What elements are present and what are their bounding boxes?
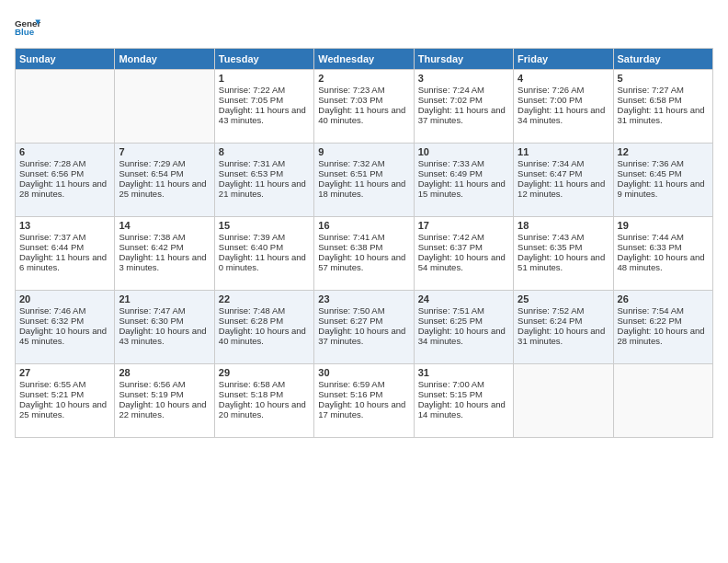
logo-icon: General Blue (15, 15, 40, 40)
day-number: 21 (119, 293, 210, 304)
calendar-cell: 5Sunrise: 7:27 AMSunset: 6:58 PMDaylight… (613, 70, 712, 144)
calendar-cell: 28Sunrise: 6:56 AMSunset: 5:19 PMDayligh… (115, 364, 214, 438)
day-number: 2 (318, 73, 409, 84)
page-header: General Blue (15, 15, 713, 40)
calendar-cell (613, 364, 712, 438)
calendar-cell: 21Sunrise: 7:47 AMSunset: 6:30 PMDayligh… (115, 291, 214, 364)
calendar-cell: 26Sunrise: 7:54 AMSunset: 6:22 PMDayligh… (613, 291, 712, 364)
day-number: 18 (518, 220, 609, 231)
calendar-cell: 9Sunrise: 7:32 AMSunset: 6:51 PMDaylight… (314, 144, 414, 217)
calendar-cell: 30Sunrise: 6:59 AMSunset: 5:16 PMDayligh… (314, 364, 414, 438)
day-number: 20 (19, 293, 110, 304)
weekday-header: Tuesday (214, 49, 313, 70)
calendar-cell: 3Sunrise: 7:24 AMSunset: 7:02 PMDaylight… (414, 70, 513, 144)
calendar-cell: 18Sunrise: 7:43 AMSunset: 6:35 PMDayligh… (514, 217, 613, 291)
calendar-cell: 2Sunrise: 7:23 AMSunset: 7:03 PMDaylight… (314, 70, 414, 144)
calendar-cell: 22Sunrise: 7:48 AMSunset: 6:28 PMDayligh… (214, 291, 313, 364)
day-number: 24 (418, 293, 509, 304)
day-number: 22 (219, 293, 310, 304)
weekday-header: Friday (514, 49, 613, 70)
day-number: 7 (119, 146, 210, 157)
calendar-cell: 23Sunrise: 7:50 AMSunset: 6:27 PMDayligh… (314, 291, 414, 364)
day-number: 1 (219, 73, 310, 84)
calendar-cell: 19Sunrise: 7:44 AMSunset: 6:33 PMDayligh… (613, 217, 712, 291)
calendar-header-row: SundayMondayTuesdayWednesdayThursdayFrid… (16, 49, 713, 70)
calendar-cell: 12Sunrise: 7:36 AMSunset: 6:45 PMDayligh… (613, 144, 712, 217)
day-number: 15 (219, 220, 310, 231)
day-number: 28 (119, 367, 210, 378)
weekday-header: Monday (115, 49, 214, 70)
day-number: 26 (618, 293, 709, 304)
weekday-header: Sunday (16, 49, 115, 70)
logo: General Blue (15, 15, 40, 40)
day-number: 9 (318, 146, 409, 157)
calendar-week-row: 27Sunrise: 6:55 AMSunset: 5:21 PMDayligh… (16, 364, 713, 438)
calendar-cell: 8Sunrise: 7:31 AMSunset: 6:53 PMDaylight… (214, 144, 313, 217)
calendar-cell: 4Sunrise: 7:26 AMSunset: 7:00 PMDaylight… (514, 70, 613, 144)
day-number: 27 (19, 367, 110, 378)
day-number: 10 (418, 146, 509, 157)
calendar-week-row: 20Sunrise: 7:46 AMSunset: 6:32 PMDayligh… (16, 291, 713, 364)
weekday-header: Wednesday (314, 49, 414, 70)
calendar-cell (16, 70, 115, 144)
day-number: 19 (618, 220, 709, 231)
calendar-week-row: 1Sunrise: 7:22 AMSunset: 7:05 PMDaylight… (16, 70, 713, 144)
day-number: 11 (518, 146, 609, 157)
weekday-header: Thursday (414, 49, 513, 70)
day-number: 29 (219, 367, 310, 378)
day-number: 14 (119, 220, 210, 231)
weekday-header: Saturday (613, 49, 712, 70)
calendar-week-row: 6Sunrise: 7:28 AMSunset: 6:56 PMDaylight… (16, 144, 713, 217)
calendar-cell: 25Sunrise: 7:52 AMSunset: 6:24 PMDayligh… (514, 291, 613, 364)
calendar-cell: 7Sunrise: 7:29 AMSunset: 6:54 PMDaylight… (115, 144, 214, 217)
day-number: 16 (318, 220, 409, 231)
calendar-cell: 29Sunrise: 6:58 AMSunset: 5:18 PMDayligh… (214, 364, 313, 438)
calendar-table: SundayMondayTuesdayWednesdayThursdayFrid… (15, 48, 713, 438)
calendar-body: 1Sunrise: 7:22 AMSunset: 7:05 PMDaylight… (16, 70, 713, 438)
calendar-cell: 27Sunrise: 6:55 AMSunset: 5:21 PMDayligh… (16, 364, 115, 438)
day-number: 4 (518, 73, 609, 84)
calendar-cell (115, 70, 214, 144)
calendar-cell: 13Sunrise: 7:37 AMSunset: 6:44 PMDayligh… (16, 217, 115, 291)
calendar-cell: 17Sunrise: 7:42 AMSunset: 6:37 PMDayligh… (414, 217, 513, 291)
day-number: 13 (19, 220, 110, 231)
svg-text:Blue: Blue (15, 27, 35, 37)
day-number: 6 (19, 146, 110, 157)
day-number: 3 (418, 73, 509, 84)
calendar-cell: 31Sunrise: 7:00 AMSunset: 5:15 PMDayligh… (414, 364, 513, 438)
day-number: 25 (518, 293, 609, 304)
day-number: 8 (219, 146, 310, 157)
day-number: 23 (318, 293, 409, 304)
calendar-cell: 10Sunrise: 7:33 AMSunset: 6:49 PMDayligh… (414, 144, 513, 217)
calendar-cell: 16Sunrise: 7:41 AMSunset: 6:38 PMDayligh… (314, 217, 414, 291)
day-number: 30 (318, 367, 409, 378)
calendar-cell: 11Sunrise: 7:34 AMSunset: 6:47 PMDayligh… (514, 144, 613, 217)
calendar-cell: 1Sunrise: 7:22 AMSunset: 7:05 PMDaylight… (214, 70, 313, 144)
calendar-cell: 6Sunrise: 7:28 AMSunset: 6:56 PMDaylight… (16, 144, 115, 217)
calendar-week-row: 13Sunrise: 7:37 AMSunset: 6:44 PMDayligh… (16, 217, 713, 291)
day-number: 17 (418, 220, 509, 231)
calendar-cell: 14Sunrise: 7:38 AMSunset: 6:42 PMDayligh… (115, 217, 214, 291)
day-number: 31 (418, 367, 509, 378)
calendar-cell: 15Sunrise: 7:39 AMSunset: 6:40 PMDayligh… (214, 217, 313, 291)
calendar-cell: 20Sunrise: 7:46 AMSunset: 6:32 PMDayligh… (16, 291, 115, 364)
calendar-cell: 24Sunrise: 7:51 AMSunset: 6:25 PMDayligh… (414, 291, 513, 364)
day-number: 12 (618, 146, 709, 157)
day-number: 5 (618, 73, 709, 84)
calendar-cell (514, 364, 613, 438)
